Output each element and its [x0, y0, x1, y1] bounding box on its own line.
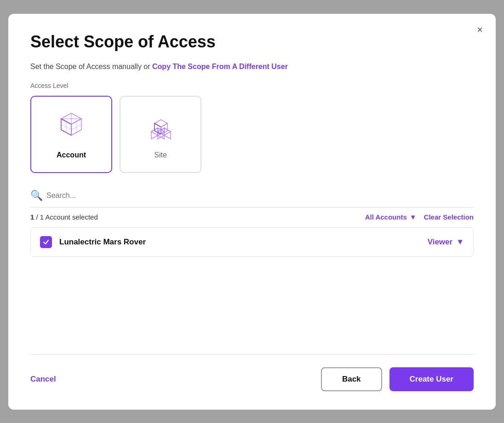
copy-scope-link[interactable]: Copy The Scope From A Different User [152, 63, 288, 70]
search-bar: 🔍 [30, 190, 474, 208]
chevron-down-icon: ▼ [456, 238, 464, 247]
account-card-label: Account [57, 151, 86, 159]
clear-selection-button[interactable]: Clear Selection [424, 213, 474, 221]
site-card-label: Site [154, 151, 167, 159]
chevron-down-icon: ▼ [410, 213, 417, 221]
access-options: Account Site [30, 96, 474, 173]
site-cube-icon [142, 110, 179, 146]
checkmark-icon [43, 239, 49, 245]
account-cube-icon [53, 110, 90, 146]
selected-count: 1 [30, 213, 34, 221]
spacer [30, 257, 474, 336]
account-name: Lunalectric Mars Rover [59, 238, 420, 247]
selected-count-text: / 1 Account selected [36, 213, 98, 221]
table-row: Lunalectric Mars Rover Viewer ▼ [31, 228, 473, 256]
subtitle-static: Set the Scope of Access manually or [30, 63, 152, 70]
access-card-site[interactable]: Site [120, 96, 201, 173]
cancel-button[interactable]: Cancel [30, 375, 56, 384]
footer-actions: Cancel Back Create User [30, 367, 474, 391]
selection-count: 1 / 1 Account selected [30, 213, 98, 221]
search-input[interactable] [46, 191, 474, 200]
account-checkbox[interactable] [40, 236, 52, 248]
close-button[interactable]: × [475, 23, 485, 37]
modal-title: Select Scope of Access [30, 32, 474, 52]
selection-actions: All Accounts ▼ Clear Selection [365, 213, 474, 221]
right-actions: Back Create User [321, 367, 474, 391]
all-accounts-button[interactable]: All Accounts ▼ [365, 213, 417, 221]
viewer-dropdown[interactable]: Viewer ▼ [428, 238, 464, 247]
svg-marker-15 [155, 120, 167, 127]
all-accounts-label: All Accounts [365, 213, 407, 221]
subtitle-text: Set the Scope of Access manually or Copy… [30, 63, 474, 71]
create-user-button[interactable]: Create User [389, 367, 474, 391]
footer-divider [30, 354, 474, 354]
selection-bar: 1 / 1 Account selected All Accounts ▼ Cl… [30, 213, 474, 221]
access-level-label: Access Level [30, 82, 474, 89]
modal-dialog: × Select Scope of Access Set the Scope o… [8, 14, 496, 410]
access-card-account[interactable]: Account [30, 96, 112, 173]
viewer-label: Viewer [428, 238, 453, 247]
modal-overlay: × Select Scope of Access Set the Scope o… [0, 0, 504, 423]
back-button[interactable]: Back [321, 367, 382, 391]
account-list: Lunalectric Mars Rover Viewer ▼ [30, 227, 474, 257]
search-icon: 🔍 [30, 190, 43, 202]
